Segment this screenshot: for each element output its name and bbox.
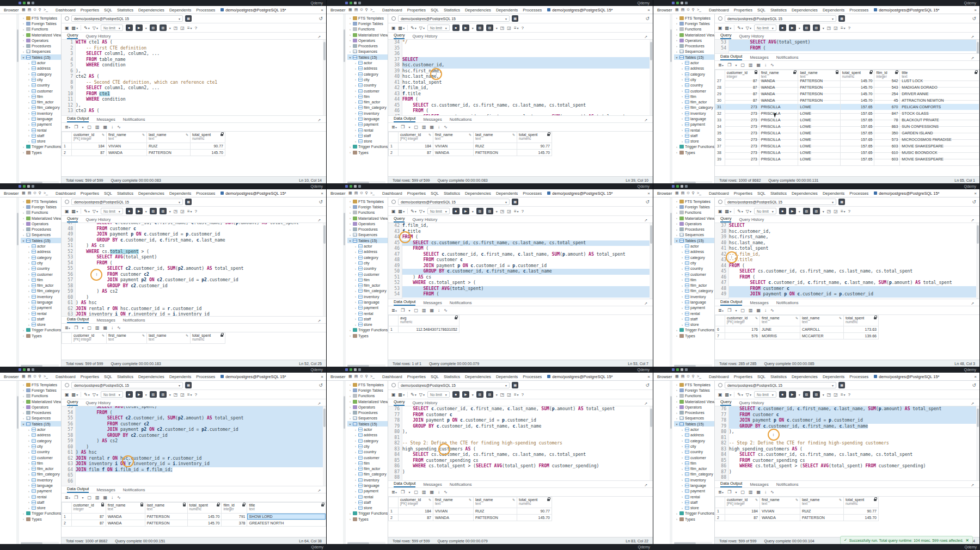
- close-icon[interactable]: ×: [321, 191, 323, 196]
- chevron-right-icon[interactable]: ›: [681, 101, 684, 104]
- chevron-right-icon[interactable]: ›: [675, 33, 678, 36]
- chevron-right-icon[interactable]: ›: [348, 329, 352, 332]
- expand-icon[interactable]: ↗: [971, 35, 974, 39]
- macro-button[interactable]: ◳: [500, 392, 505, 397]
- chevron-right-icon[interactable]: ›: [681, 140, 684, 143]
- tree-item-actor[interactable]: ›actor: [674, 427, 714, 432]
- terminal-icon[interactable]: >_: [370, 191, 375, 195]
- chevron-right-icon[interactable]: ›: [675, 39, 678, 42]
- chevron-down-icon[interactable]: ▾: [348, 422, 352, 426]
- tree-item-sequences[interactable]: ›1.3Sequences: [21, 416, 61, 421]
- tab-query-history[interactable]: Query History: [412, 217, 437, 223]
- chevron-right-icon[interactable]: ›: [675, 388, 678, 392]
- column-header-total_spent[interactable]: total_spentnumeric: [517, 132, 552, 143]
- menu-item-statistics[interactable]: Statistics: [444, 191, 460, 196]
- tree-item-operators[interactable]: ›Operators: [21, 38, 61, 43]
- tree-item-types[interactable]: ›Types: [21, 333, 61, 338]
- editor-scrollbar[interactable]: [323, 223, 326, 316]
- menu-item-dashboard[interactable]: Dashboard: [709, 8, 729, 13]
- sql-editor[interactable]: 5354555657585960616263646566 SELECT AVG(…: [62, 406, 326, 486]
- table-row[interactable]: 37273PRISCILLALOWE157.65603MOVIE SHAKESP…: [715, 143, 979, 150]
- tree-item-tables-15-[interactable]: ▾Tables (15): [21, 54, 61, 60]
- row-number[interactable]: 38: [715, 150, 725, 156]
- chevron-down-icon[interactable]: ▾: [348, 55, 352, 59]
- object-toolbar[interactable]: ▦ ▤ ⎊ ⚲ >_: [348, 191, 382, 195]
- open-file-button[interactable]: ▣: [391, 26, 396, 30]
- close-icon[interactable]: ×: [974, 374, 977, 379]
- close-icon[interactable]: ×: [647, 374, 650, 379]
- schema-icon[interactable]: ▦: [22, 191, 26, 195]
- chevron-right-icon[interactable]: ›: [681, 289, 684, 293]
- copy-icon[interactable]: ❐: [401, 125, 405, 129]
- connection-select[interactable]: demo/postgres@PostgreSQL 15 ▾: [725, 199, 836, 205]
- chevron-right-icon[interactable]: ›: [348, 16, 352, 20]
- chevron-right-icon[interactable]: ›: [681, 84, 684, 87]
- schema-icon[interactable]: ▦: [348, 374, 352, 379]
- expand-icon[interactable]: ↗: [644, 401, 647, 406]
- query-tool-tab[interactable]: demo/postgres@PostgreSQL 15*: [874, 374, 939, 379]
- tree-item-tables-15-[interactable]: ▾Tables (15): [21, 421, 61, 427]
- chevron-down-icon[interactable]: ▾: [348, 239, 352, 243]
- cell-last_name[interactable]: PATTERSON: [798, 91, 840, 97]
- chart-icon[interactable]: ∿: [117, 125, 121, 129]
- chart-icon[interactable]: ∿: [444, 308, 448, 313]
- edit-options-button[interactable]: ≡▾: [841, 26, 846, 30]
- new-connection-button[interactable]: ▦: [185, 199, 192, 205]
- chevron-right-icon[interactable]: ›: [22, 222, 25, 225]
- chart-icon[interactable]: ∿: [770, 308, 774, 313]
- chevron-right-icon[interactable]: ›: [681, 467, 684, 471]
- cell-title[interactable]: SUN CONFESSIONS: [900, 123, 979, 130]
- tree-item-actor[interactable]: ›actor: [347, 427, 388, 432]
- tree-item-payment[interactable]: ›payment: [347, 489, 388, 494]
- chevron-right-icon[interactable]: ›: [348, 411, 352, 415]
- chevron-right-icon[interactable]: ›: [675, 200, 678, 203]
- cancel-query-button[interactable]: ■: [126, 208, 133, 214]
- tree-item-payment[interactable]: ›payment: [21, 122, 61, 127]
- paste-icon[interactable]: ▢: [414, 490, 418, 495]
- search-icon[interactable]: ⚲: [365, 374, 368, 379]
- chevron-right-icon[interactable]: ›: [681, 273, 684, 276]
- tree-item-rental[interactable]: ›rental: [347, 311, 388, 316]
- cell-total_spent[interactable]: 145.70: [517, 515, 552, 521]
- commit-button[interactable]: ▧: [476, 24, 483, 31]
- tree-item-inventory[interactable]: ›inventory: [347, 110, 388, 116]
- cell-customer_id[interactable]: 273: [725, 117, 759, 123]
- chevron-right-icon[interactable]: ›: [354, 439, 357, 442]
- search-icon[interactable]: ⚲: [39, 191, 41, 195]
- cell-first_name[interactable]: PRISCILLA: [759, 110, 798, 117]
- tree-item-film[interactable]: ›film: [21, 277, 61, 282]
- tree-item-functions[interactable]: ›Functions: [21, 27, 61, 32]
- chevron-right-icon[interactable]: ›: [348, 517, 352, 521]
- table-grid-icon[interactable]: ▤: [354, 8, 358, 12]
- object-toolbar[interactable]: ▦ ▤ ⎊ ⚲ >_: [348, 374, 382, 379]
- search-icon[interactable]: ⚲: [692, 191, 695, 195]
- download-icon[interactable]: ↓: [764, 63, 767, 67]
- chevron-right-icon[interactable]: ›: [681, 484, 684, 487]
- chevron-right-icon[interactable]: ›: [675, 151, 678, 154]
- tree-item-film-category[interactable]: ›film_category: [21, 472, 61, 477]
- menu-item-dependencies[interactable]: Dependencies: [138, 374, 164, 379]
- expand-icon[interactable]: ↗: [971, 401, 974, 406]
- chevron-right-icon[interactable]: ›: [22, 394, 25, 398]
- tab-notifications[interactable]: Notifications: [450, 300, 472, 306]
- tree-scrollbar[interactable]: [670, 381, 672, 544]
- tree-item-procedures[interactable]: ›Procedures: [347, 43, 388, 48]
- chevron-right-icon[interactable]: ›: [675, 233, 678, 237]
- table-grid-icon[interactable]: ▤: [681, 8, 685, 12]
- object-toolbar[interactable]: ▦ ▤ ⎊ ⚲ >_: [22, 8, 56, 12]
- column-header-total_spent[interactable]: total_spentnumeric: [844, 316, 879, 326]
- connection-select[interactable]: demo/postgres@PostgreSQL 15 ▾: [725, 382, 836, 388]
- editor-scrollbar[interactable]: [976, 40, 979, 53]
- cell-total_spent[interactable]: 90.77: [517, 508, 552, 515]
- execute-button[interactable]: ▶: [136, 391, 143, 398]
- tree-item-fts-templates[interactable]: ›FTS Templates: [347, 199, 388, 204]
- chevron-right-icon[interactable]: ›: [675, 45, 678, 48]
- download-icon[interactable]: ↓: [438, 490, 440, 495]
- delete-icon[interactable]: ▥: [749, 490, 753, 495]
- macro-button[interactable]: ◳: [500, 26, 505, 30]
- tree-item-foreign-tables[interactable]: ›Foreign Tables: [21, 21, 61, 26]
- chevron-right-icon[interactable]: ›: [348, 417, 352, 420]
- column-header-film_id[interactable]: film_idinteger: [222, 503, 247, 514]
- query-tool-tab[interactable]: demo/postgres@PostgreSQL 15*: [547, 8, 612, 13]
- tree-item-rental[interactable]: ›rental: [347, 494, 388, 499]
